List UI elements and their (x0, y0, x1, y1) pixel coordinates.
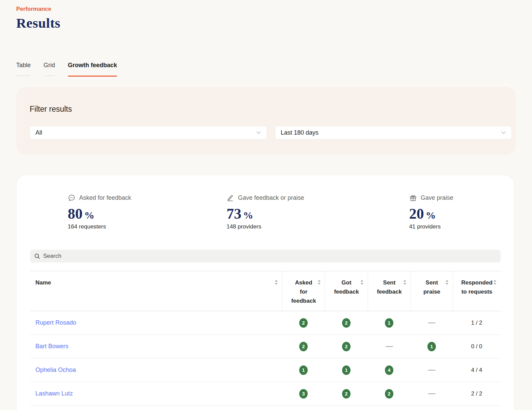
no-value-dash (428, 323, 436, 323)
name-cell: Ophelia Ochoa (30, 366, 282, 374)
tab-grid[interactable]: Grid (44, 62, 55, 77)
stat-label: Gave feedback or praise (238, 194, 304, 201)
sent-feedback-cell: 2 (368, 389, 411, 399)
count-badge: 3 (299, 389, 308, 399)
dropdown-value: All (35, 129, 42, 136)
summary-stats: Asked for feedback 80% 164 requesters Ga… (17, 175, 514, 230)
tab-underline (16, 76, 31, 76)
responded-ratio: 1 / 2 (471, 320, 482, 326)
responded-to-requests-cell: 4 / 4 (453, 367, 501, 374)
column-header-sent-feedback[interactable]: Sent feedback (368, 271, 411, 311)
breadcrumb: Performance (16, 6, 51, 12)
count-badge: 1 (299, 365, 308, 375)
responded-ratio: 2 / 2 (471, 390, 482, 397)
stat-value: 20% (409, 207, 453, 221)
responded-to-requests-cell: 0 / 0 (453, 343, 501, 350)
count-badge: 2 (342, 342, 351, 351)
performance-results-page: Performance Results Table Grid Growth fe… (0, 0, 532, 410)
got-feedback-cell: 1 (325, 365, 368, 375)
table-body: Rupert Rosado2211 / 2Bart Bowers2210 / 0… (30, 311, 501, 406)
stat-value: 80% (68, 207, 131, 221)
responded-ratio: 0 / 0 (471, 343, 482, 350)
column-header-sent-praise[interactable]: Sent praise (411, 271, 453, 311)
table-header: Name Asked for feedback Got feedback Sen… (30, 271, 501, 311)
count-badge: 2 (342, 389, 351, 399)
count-badge: 2 (299, 342, 308, 351)
count-badge: 1 (427, 342, 436, 351)
chevron-down-icon (501, 131, 506, 134)
person-link[interactable]: Lashawn Lutz (35, 390, 73, 397)
person-link[interactable]: Bart Bowers (35, 343, 68, 350)
asked-for-feedback-cell: 2 (282, 342, 325, 351)
filter-title: Filter results (30, 105, 72, 114)
responded-to-requests-cell: 2 / 2 (453, 390, 501, 397)
results-table: Name Asked for feedback Got feedback Sen… (30, 271, 501, 406)
gift-icon (409, 194, 417, 202)
search-bar (30, 250, 501, 263)
responded-ratio: 4 / 4 (471, 367, 482, 373)
column-header-responded-to-requests[interactable]: Responded to requests (453, 271, 501, 311)
stat-value: 73% (226, 207, 304, 221)
sent-feedback-cell (368, 344, 411, 350)
count-badge: 2 (385, 389, 393, 399)
count-badge: 2 (342, 318, 351, 328)
tab-label: Growth feedback (68, 62, 117, 76)
speech-bubble-icon (68, 194, 76, 202)
no-value-dash (428, 370, 436, 371)
table-row: Rupert Rosado2211 / 2 (30, 311, 501, 335)
column-header-name[interactable]: Name (30, 271, 282, 311)
tab-underline (68, 76, 117, 77)
table-row: Bart Bowers2210 / 0 (30, 335, 501, 358)
stat-asked-for-feedback: Asked for feedback 80% 164 requesters (17, 194, 183, 230)
count-badge: 1 (385, 318, 393, 328)
sent-praise-cell: 1 (411, 342, 453, 351)
stat-gave-feedback-or-praise: Gave feedback or praise 73% 148 provider… (183, 194, 348, 230)
tab-growth-feedback[interactable]: Growth feedback (68, 62, 117, 77)
audience-filter-dropdown[interactable]: All (30, 126, 267, 139)
sent-praise-cell (411, 320, 453, 326)
tab-label: Grid (44, 62, 55, 76)
person-link[interactable]: Ophelia Ochoa (35, 366, 76, 373)
date-range-dropdown[interactable]: Last 180 days (275, 126, 512, 139)
stat-gave-praise: Gave praise 20% 41 providers (348, 194, 514, 230)
sort-icon[interactable] (275, 280, 278, 285)
count-badge: 2 (299, 318, 308, 328)
asked-for-feedback-cell: 2 (282, 318, 325, 328)
name-cell: Bart Bowers (30, 343, 282, 350)
name-cell: Rupert Rosado (30, 319, 282, 326)
column-header-asked-for-feedback[interactable]: Asked for feedback (282, 271, 325, 311)
table-row: Ophelia Ochoa1144 / 4 (30, 358, 501, 382)
got-feedback-cell: 2 (325, 342, 368, 351)
dropdown-value: Last 180 days (281, 129, 318, 136)
search-icon (34, 253, 40, 259)
page-title: Results (16, 15, 60, 31)
sort-icon[interactable] (445, 280, 449, 285)
tab-label: Table (16, 62, 31, 76)
stat-subtext: 148 providers (226, 223, 304, 230)
name-cell: Lashawn Lutz (30, 390, 282, 397)
stat-label: Gave praise (421, 194, 453, 201)
view-tabs: Table Grid Growth feedback (16, 62, 117, 77)
tab-underline (44, 76, 55, 76)
no-value-dash (428, 393, 436, 394)
sort-icon[interactable] (317, 280, 321, 285)
pencil-icon (226, 194, 234, 202)
sort-icon[interactable] (360, 280, 364, 285)
column-header-got-feedback[interactable]: Got feedback (325, 271, 368, 311)
no-value-dash (386, 346, 393, 347)
sent-feedback-cell: 4 (368, 365, 411, 375)
sent-praise-cell (411, 367, 453, 373)
chevron-down-icon (256, 131, 261, 134)
sent-praise-cell (411, 391, 453, 397)
sent-feedback-cell: 1 (368, 318, 411, 328)
count-badge: 1 (342, 365, 351, 375)
search-input[interactable] (43, 253, 496, 259)
table-row: Lashawn Lutz3222 / 2 (30, 382, 501, 406)
sort-icon[interactable] (403, 280, 407, 285)
tab-table[interactable]: Table (16, 62, 31, 77)
person-link[interactable]: Rupert Rosado (35, 319, 76, 326)
sort-icon[interactable] (493, 280, 497, 285)
stat-label: Asked for feedback (79, 194, 131, 201)
asked-for-feedback-cell: 1 (282, 365, 325, 375)
got-feedback-cell: 2 (325, 318, 368, 328)
